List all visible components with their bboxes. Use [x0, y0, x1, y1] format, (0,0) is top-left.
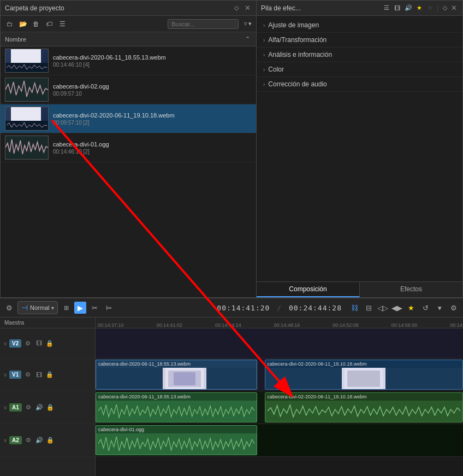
- star-icon[interactable]: ★: [415, 4, 424, 13]
- file-duration: 00:09:57:10 [2]: [53, 120, 252, 126]
- clip-a1-1[interactable]: cabecera-divi-2020-06-11_18.55.13.webm: [96, 392, 257, 422]
- tracks-container: ∨ V2 ⚙ 🎞 🔒 ∨ V1 ⚙ 🎞 🔒 ∨ A1: [0, 328, 463, 476]
- track-film-v1[interactable]: 🎞: [34, 371, 43, 379]
- file-info: cabecera-divi-02.ogg 00:09:57:10: [53, 83, 252, 97]
- file-info: cabecera-divi-02-2020-06-11_19.10.18.web…: [53, 112, 252, 126]
- panel-pin-icon[interactable]: ◇: [441, 4, 449, 13]
- left-panel-controls: ◇ ✕: [232, 4, 252, 13]
- collapse-list-icon[interactable]: ⌃: [243, 35, 252, 44]
- menu-icon[interactable]: ☰: [57, 19, 67, 29]
- clip-title: cabecera-divi-2020-06-11_18.55.13.webm: [96, 360, 257, 368]
- clip-v1-1[interactable]: cabecera-divi-2020-06-11_18.55.13.webm: [96, 360, 257, 390]
- open-icon[interactable]: 📂: [18, 19, 28, 29]
- tick: 00:14:37:10: [98, 322, 124, 328]
- timeline-settings-icon[interactable]: ⚙: [448, 302, 460, 314]
- clip-thumb: [265, 368, 462, 389]
- link-icon[interactable]: ⛓: [348, 302, 360, 314]
- panel-pin-icon[interactable]: ◇: [232, 4, 241, 13]
- effect-name: Corrección de audio: [268, 80, 327, 88]
- expand-icon: ›: [263, 67, 265, 73]
- track-row-a2: cabecera-divi-01.ogg: [96, 424, 463, 457]
- track-settings-a1[interactable]: ⚙: [24, 403, 33, 412]
- timecode-display: 00:14:41:20 / 00:24:44:28: [217, 304, 342, 312]
- multicam-icon[interactable]: ⊞: [60, 302, 72, 314]
- clip-waveform: [96, 401, 257, 422]
- tick: 00:14:41:02: [157, 322, 183, 328]
- tag-icon[interactable]: 🏷: [44, 19, 54, 29]
- track-expand-v1[interactable]: ∨: [3, 372, 7, 378]
- tab-composicion[interactable]: Composición: [257, 282, 360, 297]
- zoom-out-icon[interactable]: ◀▶: [391, 302, 403, 314]
- effect-item[interactable]: › Ajuste de imagen: [257, 18, 462, 33]
- right-panel-close-icon[interactable]: ✕: [449, 4, 458, 13]
- filter-icon: ▿: [244, 20, 247, 27]
- file-item[interactable]: cabecera-divi-01.ogg 00:14:46:10 [2]: [1, 133, 256, 162]
- left-panel-titlebar: Carpeta de proyecto ◇ ✕: [1, 1, 256, 16]
- mode-selector[interactable]: ⊣ Normal ▾: [17, 301, 58, 314]
- filter-btn[interactable]: ▿ ▾: [244, 20, 252, 27]
- settings-icon[interactable]: ⚙: [3, 302, 15, 314]
- scissors-icon[interactable]: ✂: [88, 302, 100, 314]
- new-folder-icon[interactable]: 🗀: [5, 19, 15, 29]
- track-lock-a1[interactable]: 🔒: [46, 403, 55, 412]
- track-lock-v2[interactable]: 🔒: [45, 339, 54, 348]
- ripple-icon[interactable]: ⊨: [103, 302, 115, 314]
- timecode-sep: /: [277, 304, 282, 312]
- left-panel-close-icon[interactable]: ✕: [243, 4, 252, 13]
- thumb-waveform: [5, 63, 48, 72]
- delete-icon[interactable]: 🗑: [31, 19, 41, 29]
- tick: 00:14:48:16: [274, 322, 300, 328]
- right-panel-controls: ☰ 🎞 🔊 ★ ☆: [382, 4, 435, 13]
- track-lock-v1[interactable]: 🔒: [45, 371, 54, 379]
- track-mute-a2[interactable]: 🔊: [35, 436, 44, 445]
- search-box[interactable]: [168, 19, 239, 29]
- search-input[interactable]: [171, 21, 235, 27]
- track-settings-v1[interactable]: ⚙: [23, 371, 32, 379]
- track-lock-a2[interactable]: 🔒: [46, 436, 55, 445]
- file-item[interactable]: cabecera-divi-02.ogg 00:09:57:10: [1, 75, 256, 104]
- file-duration: 00:09:57:10: [53, 91, 252, 97]
- audio-effects-icon[interactable]: 🔊: [404, 4, 413, 13]
- tab-efectos[interactable]: Efectos: [360, 282, 462, 297]
- effect-name: Análisis e información: [268, 51, 332, 58]
- track-settings-a2[interactable]: ⚙: [24, 436, 33, 445]
- effect-item[interactable]: › Color: [257, 62, 462, 77]
- clip-v1-2[interactable]: cabecera-divi-02-2020-06-11_19.10.18.web…: [265, 360, 463, 390]
- file-info: cabecera-divi-2020-06-11_18.55.13.webm 0…: [53, 54, 252, 68]
- track-expand-a2[interactable]: ∨: [3, 437, 7, 443]
- track-expand-a1[interactable]: ∨: [3, 404, 7, 410]
- play-button[interactable]: ▶: [74, 302, 86, 314]
- track-label-a2: ∨ A2 ⚙ 🔊 🔒: [0, 424, 95, 457]
- left-panel-title: Carpeta de proyecto: [5, 4, 232, 12]
- clip-title: cabecera-divi-02-2020-06-11_19.10.18.web…: [265, 393, 462, 401]
- loop-icon[interactable]: ↺: [419, 302, 431, 314]
- track-id-a2: A2: [9, 436, 22, 444]
- effect-item[interactable]: › Análisis e información: [257, 48, 462, 62]
- favorites-icon[interactable]: ☆: [426, 4, 435, 13]
- track-id-v2: V2: [9, 339, 21, 348]
- snap-icon[interactable]: ⊟: [363, 302, 375, 314]
- more-icon[interactable]: ▾: [434, 302, 446, 314]
- track-film-v2[interactable]: 🎞: [34, 339, 43, 348]
- track-mute-a1[interactable]: 🔊: [35, 403, 44, 412]
- file-item[interactable]: cabecera-divi-2020-06-11_18.55.13.webm 0…: [1, 46, 256, 75]
- effect-name: Ajuste de imagen: [268, 21, 319, 29]
- track-expand-v2[interactable]: ∨: [3, 340, 7, 346]
- zoom-in-icon[interactable]: ◁▷: [377, 302, 389, 314]
- film-icon[interactable]: 🎞: [393, 4, 402, 13]
- file-duration: 00:14:46:10 [4]: [53, 62, 252, 68]
- file-item[interactable]: cabecera-divi-02-2020-06-11_19.10.18.web…: [1, 104, 256, 133]
- track-settings-v2[interactable]: ⚙: [23, 339, 32, 348]
- mode-indicator: ⊣: [21, 303, 28, 312]
- list-view-icon[interactable]: ☰: [382, 4, 391, 13]
- clip-a1-2[interactable]: cabecera-divi-02-2020-06-11_19.10.18.web…: [265, 392, 463, 422]
- tabs-row: Composición Efectos: [257, 281, 462, 297]
- track-label-v2: ∨ V2 ⚙ 🎞 🔒: [0, 328, 95, 359]
- clip-title: cabecera-divi-01.ogg: [96, 426, 257, 433]
- effect-item[interactable]: › Alfa/Transformación: [257, 33, 462, 48]
- clip-a2-1[interactable]: cabecera-divi-01.ogg: [96, 425, 257, 455]
- effect-item[interactable]: › Corrección de audio: [257, 77, 462, 92]
- marker-star-icon[interactable]: ★: [405, 302, 417, 314]
- current-time: 00:14:41:20: [217, 304, 270, 312]
- track-id-v1: V1: [9, 371, 21, 379]
